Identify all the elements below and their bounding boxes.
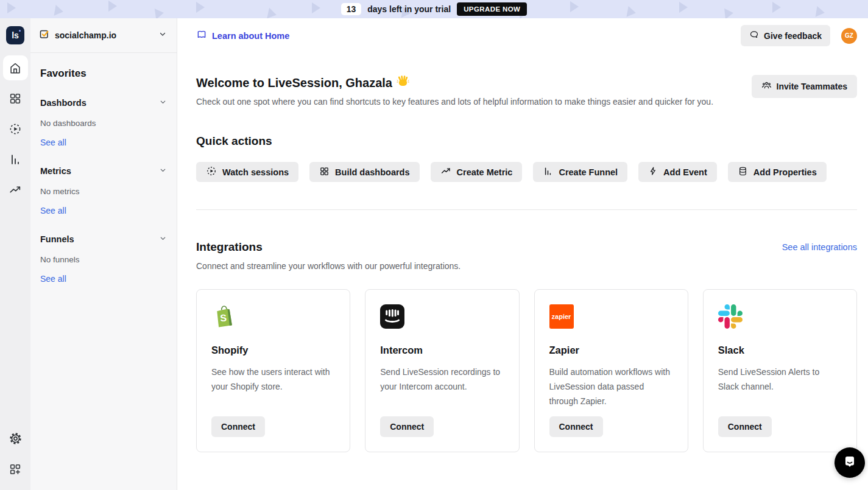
empty-state-text: No dashboards — [40, 119, 167, 128]
rail-item-sessions[interactable] — [3, 116, 28, 141]
play-circle-dashed-icon — [206, 166, 217, 178]
create-metric-button[interactable]: Create Metric — [431, 162, 523, 182]
add-properties-button[interactable]: Add Properties — [728, 162, 827, 182]
trial-days-count: 13 — [341, 3, 362, 15]
integration-card-shopify: S Shopify See how the users interact wit… — [196, 289, 350, 452]
integration-description: Send LiveSession recordings to your Inte… — [380, 365, 504, 394]
integration-name: Shopify — [211, 345, 335, 356]
chevron-down-icon — [158, 30, 167, 41]
section-divider — [196, 209, 857, 210]
welcome-title-text: Welcome to LiveSession, Ghazala — [196, 76, 392, 90]
quick-action-label: Watch sessions — [222, 167, 289, 177]
integration-card-intercom: Intercom Send LiveSession recordings to … — [365, 289, 519, 452]
integration-card-zapier: zapier Zapier Build automation workflows… — [534, 289, 688, 452]
connect-slack-button[interactable]: Connect — [718, 416, 772, 437]
icon-rail: ls — [0, 18, 30, 490]
welcome-subtitle: Check out one spot where you can find sh… — [196, 97, 713, 107]
integration-name: Zapier — [549, 345, 673, 356]
grid-icon — [9, 92, 22, 105]
chevron-down-icon — [159, 166, 167, 176]
integrations-header: Integrations See all integrations — [196, 240, 857, 254]
integration-card-slack: Slack Send LiveSession Alerts to Slack c… — [703, 289, 857, 452]
quick-actions-row: Watch sessions Build dashboards Create M… — [196, 162, 857, 182]
see-all-integrations-link[interactable]: See all integrations — [782, 242, 857, 252]
livesession-logo[interactable]: ls — [6, 26, 24, 44]
upgrade-now-button[interactable]: UPGRADE NOW — [457, 2, 527, 16]
trial-banner: 13 days left in your trial UPGRADE NOW — [0, 0, 868, 18]
quick-action-label: Create Metric — [457, 167, 513, 177]
play-triangle-decoration — [772, 2, 781, 13]
zapier-logo-text: zapier — [552, 313, 571, 320]
zapier-logo: zapier — [549, 304, 574, 329]
add-event-button[interactable]: Add Event — [638, 162, 717, 182]
rail-item-metrics[interactable] — [3, 147, 28, 172]
learn-link-label: Learn about Home — [212, 31, 289, 41]
workspace-name: socialchamp.io — [55, 30, 116, 40]
trial-message: days left in your trial — [367, 4, 451, 14]
page-title: Welcome to LiveSession, Ghazala — [196, 75, 713, 91]
quick-action-label: Add Properties — [753, 167, 817, 177]
empty-state-text: No funnels — [40, 255, 167, 264]
workspace-selector[interactable]: socialchamp.io — [30, 18, 177, 53]
build-dashboards-button[interactable]: Build dashboards — [309, 162, 419, 182]
integration-cards: S Shopify See how the users interact wit… — [196, 289, 857, 452]
rail-item-funnels[interactable] — [3, 177, 28, 202]
see-all-metrics-link[interactable]: See all — [40, 206, 66, 215]
integration-name: Slack — [718, 345, 842, 356]
section-title: Metrics — [40, 166, 71, 176]
play-triangle-decoration — [155, 7, 164, 18]
play-triangle-decoration — [570, 1, 579, 12]
lightning-icon — [648, 166, 658, 178]
quick-action-label: Build dashboards — [335, 167, 409, 177]
book-icon — [196, 29, 207, 42]
invite-teammates-button[interactable]: Invite Teammates — [752, 75, 857, 98]
bar-chart-icon — [9, 153, 22, 166]
connect-shopify-button[interactable]: Connect — [211, 416, 265, 437]
avatar-initials: GZ — [845, 32, 853, 39]
quick-action-label: Add Event — [663, 167, 707, 177]
slack-logo — [718, 304, 743, 329]
favorites-heading: Favorites — [40, 68, 167, 80]
intercom-logo — [380, 304, 404, 329]
learn-about-home-link[interactable]: Learn about Home — [196, 29, 289, 42]
messenger-icon — [842, 453, 858, 472]
give-feedback-button[interactable]: Give feedback — [741, 25, 830, 46]
rail-item-integrations[interactable] — [3, 457, 28, 481]
rail-item-settings[interactable] — [3, 426, 28, 451]
play-triangle-decoration — [54, 5, 65, 17]
sidebar-section-funnels[interactable]: Funnels — [40, 234, 167, 244]
chevron-down-icon — [159, 98, 167, 108]
svg-text:S: S — [220, 313, 227, 324]
rail-item-home[interactable] — [3, 55, 28, 80]
create-funnel-button[interactable]: Create Funnel — [533, 162, 627, 182]
section-title: Funnels — [40, 234, 74, 244]
home-icon — [9, 61, 22, 75]
livesession-logo-text: ls — [12, 30, 19, 40]
see-all-dashboards-link[interactable]: See all — [40, 138, 66, 147]
quick-action-label: Create Funnel — [559, 167, 618, 177]
integration-name: Intercom — [380, 345, 504, 356]
see-all-funnels-link[interactable]: See all — [40, 274, 66, 284]
socialchamp-icon — [40, 29, 49, 41]
grid-plus-icon — [9, 463, 22, 476]
bar-chart-icon — [543, 166, 553, 178]
connect-zapier-button[interactable]: Connect — [549, 416, 603, 437]
main-header: Learn about Home Give feedback GZ — [196, 18, 857, 53]
user-avatar[interactable]: GZ — [841, 28, 857, 44]
connect-intercom-button[interactable]: Connect — [380, 416, 434, 437]
chevron-down-icon — [159, 234, 167, 244]
main-content: Learn about Home Give feedback GZ Welcom… — [178, 18, 868, 490]
intercom-chat-launcher[interactable] — [834, 447, 865, 478]
integrations-subtitle: Connect and streamline your workflows wi… — [196, 261, 857, 271]
watch-sessions-button[interactable]: Watch sessions — [196, 162, 298, 182]
play-circle-dashed-icon — [9, 122, 22, 136]
database-icon — [738, 166, 748, 178]
gear-icon — [9, 432, 23, 446]
play-triangle-decoration — [724, 7, 734, 18]
invite-teammates-label: Invite Teammates — [777, 82, 847, 91]
play-triangle-decoration — [627, 6, 637, 18]
sidebar-section-metrics[interactable]: Metrics — [40, 166, 167, 176]
sidebar-section-dashboards[interactable]: Dashbords — [40, 98, 167, 108]
rail-item-dashboards[interactable] — [3, 86, 28, 111]
team-icon — [761, 80, 772, 93]
